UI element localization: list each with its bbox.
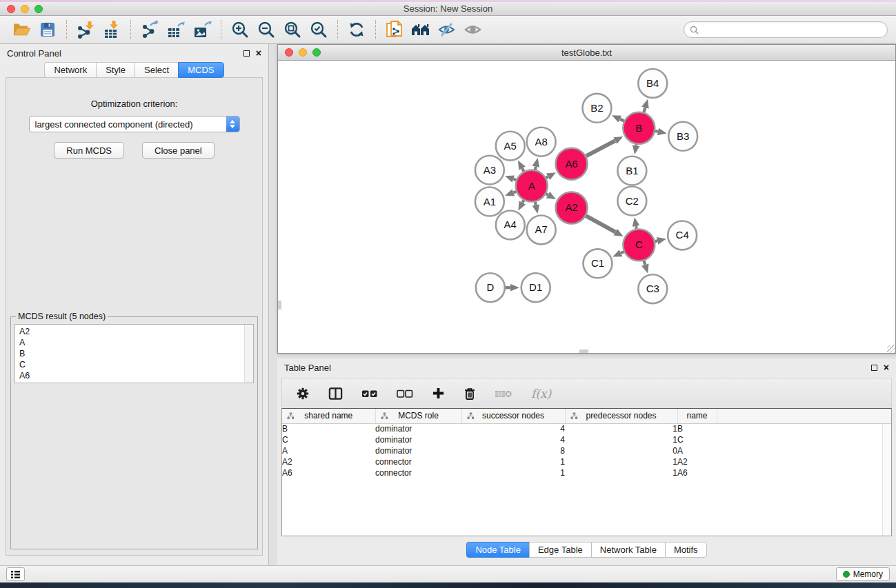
table-row[interactable]: A2connector11A2	[282, 456, 891, 467]
hide-eye-button[interactable]	[434, 18, 460, 41]
graph-node-A1[interactable]: A1	[475, 187, 504, 216]
table-row[interactable]: Cdominator41C	[282, 434, 891, 445]
graph-node-A[interactable]: A	[516, 170, 548, 202]
delete-column-button[interactable]	[464, 387, 476, 401]
graph-node-A5[interactable]: A5	[496, 132, 525, 161]
graph-edge-C-C2[interactable]	[636, 226, 637, 229]
save-floppy-icon	[39, 21, 57, 39]
graph-node-A2[interactable]: A2	[556, 192, 588, 224]
graph-edge-B-B2[interactable]	[620, 119, 624, 121]
graph-node-B[interactable]: B	[623, 112, 655, 144]
graph-edge-A-A4[interactable]	[522, 201, 524, 203]
column-header-name[interactable]: name	[677, 409, 717, 423]
graph-edge-C-C4[interactable]	[655, 241, 657, 241]
table-settings-button[interactable]	[296, 387, 310, 401]
deselect-all-button[interactable]	[397, 389, 413, 398]
float-panel-icon[interactable]	[243, 50, 250, 57]
select-all-button[interactable]	[361, 389, 378, 398]
tab-mcds[interactable]: MCDS	[178, 62, 223, 78]
import-network-button[interactable]	[72, 18, 99, 41]
column-header-shared-name[interactable]: shared name	[282, 409, 375, 423]
tab-network[interactable]: Network	[44, 62, 96, 78]
graph-edge-A-A5[interactable]	[522, 168, 524, 171]
table-scrollbar[interactable]	[882, 424, 891, 536]
duplicate-network-button[interactable]	[381, 18, 408, 41]
plus-icon	[432, 387, 445, 400]
search-input[interactable]	[702, 25, 882, 34]
table-row[interactable]: Adominator80A	[282, 445, 891, 456]
result-list-scrollbar[interactable]	[244, 325, 253, 383]
graph-node-C[interactable]: C	[623, 229, 655, 261]
graph-node-A6[interactable]: A6	[556, 148, 588, 180]
app-titlebar[interactable]: Session: New Session	[0, 2, 896, 16]
export-network-button[interactable]	[137, 18, 163, 41]
save-session-button[interactable]	[34, 18, 61, 41]
tab-network-table[interactable]: Network Table	[591, 542, 665, 558]
run-mcds-button[interactable]: Run MCDS	[54, 142, 124, 159]
graph-edge-B-B4[interactable]	[644, 108, 645, 112]
graph-node-C2[interactable]: C2	[617, 187, 646, 216]
graph-node-label: C	[635, 239, 643, 250]
graph-edge-A-A3[interactable]	[513, 179, 516, 180]
graph-node-A8[interactable]: A8	[527, 128, 556, 156]
close-panel-icon[interactable]: ×	[256, 50, 261, 57]
optimization-dropdown[interactable]: largest connected component (directed)	[29, 116, 240, 132]
graph-node-D[interactable]: D	[476, 273, 505, 302]
refresh-button[interactable]	[344, 18, 370, 41]
tab-select[interactable]: Select	[135, 62, 178, 78]
graph-node-B2[interactable]: B2	[583, 94, 612, 123]
table-row[interactable]: Bdominator41B	[282, 423, 891, 434]
show-eye-button[interactable]	[460, 18, 486, 41]
import-table-button[interactable]	[99, 18, 125, 41]
graph-edge-A-A2[interactable]	[546, 194, 548, 195]
task-history-button[interactable]	[6, 567, 25, 581]
tab-edge-table[interactable]: Edge Table	[529, 542, 591, 558]
graph-node-B4[interactable]: B4	[638, 69, 667, 98]
graph-edge-C-C3[interactable]	[644, 261, 646, 265]
graph-edge-A-A8[interactable]	[535, 167, 536, 170]
add-column-button[interactable]	[432, 387, 445, 400]
zoom-selected-button[interactable]	[306, 18, 332, 41]
column-layout-button[interactable]	[328, 387, 343, 401]
table-row[interactable]: A6connector11A6	[282, 467, 891, 478]
graph-edge-A-A7[interactable]	[535, 202, 536, 205]
tab-style[interactable]: Style	[96, 62, 135, 78]
graph-node-D1[interactable]: D1	[521, 273, 550, 302]
tab-motifs[interactable]: Motifs	[665, 542, 707, 558]
close-panel-button[interactable]: Close panel	[142, 142, 215, 159]
export-image-button[interactable]	[189, 18, 215, 41]
network-canvas[interactable]: B4B2BB3B1A5A8A6A3AC2A1A2A4A7C4CC1C3DD1	[278, 61, 895, 353]
gear-icon	[296, 387, 310, 401]
graph-node-A4[interactable]: A4	[496, 210, 525, 239]
export-table-button[interactable]	[163, 18, 189, 41]
memory-button[interactable]: Memory	[836, 567, 890, 581]
open-session-button[interactable]	[8, 18, 34, 41]
zoom-in-icon	[230, 20, 250, 39]
graph-edge-A-A1[interactable]	[513, 192, 516, 192]
result-item: C	[19, 359, 249, 370]
graph-edge-A2-C[interactable]	[586, 216, 616, 232]
float-table-panel-icon[interactable]	[871, 365, 877, 371]
network-window-titlebar[interactable]: testGlobe.txt	[278, 45, 895, 61]
close-table-panel-icon[interactable]: ×	[884, 364, 889, 371]
graph-edge-C-C1[interactable]	[621, 252, 624, 253]
column-header-mcds-role[interactable]: MCDS role	[375, 409, 461, 423]
column-header-successor-nodes[interactable]: successor nodes	[461, 409, 565, 423]
graph-edge-A6-B[interactable]	[586, 141, 615, 156]
graph-node-C3[interactable]: C3	[638, 274, 667, 303]
tab-node-table[interactable]: Node Table	[466, 542, 529, 558]
graph-node-C1[interactable]: C1	[584, 249, 613, 278]
graph-edge-A-A6[interactable]	[546, 176, 548, 178]
graph-node-C4[interactable]: C4	[668, 221, 697, 250]
graph-node-A7[interactable]: A7	[527, 215, 556, 244]
graph-node-B1[interactable]: B1	[617, 156, 646, 185]
zoom-in-button[interactable]	[227, 18, 253, 41]
graph-node-B3[interactable]: B3	[668, 122, 697, 151]
graph-node-A3[interactable]: A3	[475, 156, 504, 185]
zoom-out-button[interactable]	[253, 18, 279, 41]
window-resize-handle[interactable]	[887, 345, 895, 353]
homes-button[interactable]	[408, 18, 434, 41]
graph-edge-B-B3[interactable]	[655, 131, 658, 132]
column-header-predecessor-nodes[interactable]: predecessor nodes	[565, 409, 677, 423]
zoom-fit-button[interactable]	[279, 18, 306, 41]
